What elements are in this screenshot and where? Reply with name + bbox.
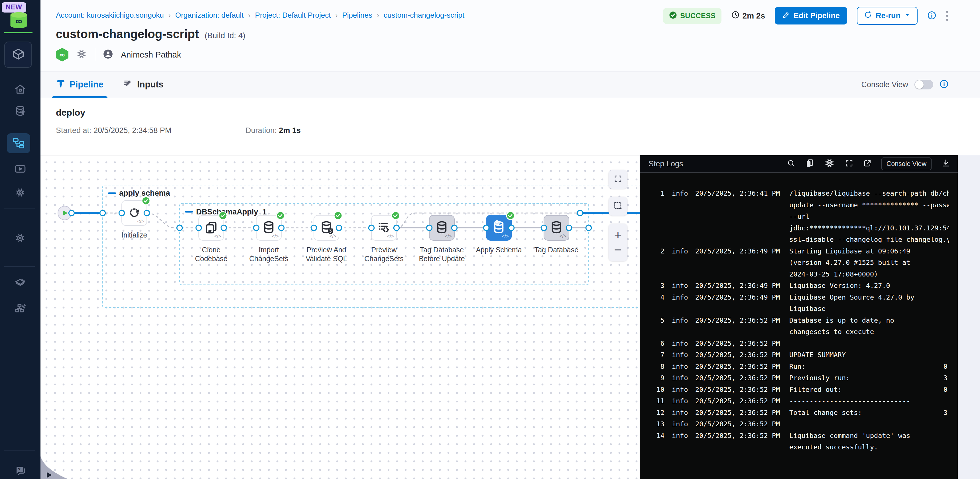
node-label: Preview xyxy=(371,246,397,254)
pipeline-node-import-changesets[interactable]: </>ImportChangeSets xyxy=(249,212,288,263)
harness-dbdevops-logo[interactable]: ∞ xyxy=(8,11,29,30)
code-badge: </> xyxy=(559,233,566,239)
breadcrumb-separator: › xyxy=(336,11,338,19)
sidebar-item-layers-settings[interactable] xyxy=(0,277,40,290)
sidebar-item-module-selector[interactable] xyxy=(4,41,32,68)
rerun-button[interactable]: Re-run xyxy=(857,7,918,25)
node-port xyxy=(336,225,342,231)
pipeline-node-initialize[interactable]: </>Initialize xyxy=(121,197,150,239)
canvas-marquee-select-button[interactable] xyxy=(609,197,627,216)
pipeline-node-tag-database-before-update[interactable]: </>Tag DatabaseBefore Update xyxy=(419,215,465,263)
dbops-module-icon: ∞ xyxy=(56,48,68,62)
breadcrumb-link[interactable]: Pipelines xyxy=(342,11,372,20)
svg-text:∞: ∞ xyxy=(15,16,22,26)
cube-icon xyxy=(12,48,25,62)
gear-icon[interactable] xyxy=(824,157,835,170)
node-port xyxy=(541,225,547,231)
log-line: 8info20/5/2025, 2:36:52 PMRun:0 xyxy=(650,361,949,373)
pipeline-canvas[interactable]: apply schemaDBSchemaApply_1</>Initialize… xyxy=(40,155,640,479)
info-icon[interactable] xyxy=(927,11,936,21)
code-badge: </> xyxy=(445,233,452,239)
node-port xyxy=(586,225,592,231)
success-check-badge xyxy=(334,212,342,220)
sidebar-item-pipelines[interactable] xyxy=(7,133,30,153)
log-line: jdbc:**************ql://10.101.37.129:54… xyxy=(650,222,949,234)
gear-icon[interactable] xyxy=(76,48,87,61)
success-check-badge xyxy=(392,212,399,220)
download-icon[interactable] xyxy=(941,159,950,169)
code-badge: </> xyxy=(137,219,144,224)
marquee-select-icon xyxy=(613,201,623,212)
step-logs-title: Step Logs xyxy=(649,160,683,168)
module-active-indicator xyxy=(4,32,32,33)
breadcrumb-separator: › xyxy=(377,11,379,19)
step-logs-header: Step Logs Console View xyxy=(640,155,958,173)
stage-duration: Duration: 2m 1s xyxy=(245,126,301,135)
console-view-toggle[interactable] xyxy=(915,80,933,89)
clock-icon xyxy=(731,11,740,21)
pipeline-node-preview-and-validate-sql[interactable]: </>Preview AndValidate SQL xyxy=(305,212,347,263)
node-port xyxy=(69,211,75,216)
home-icon xyxy=(14,83,26,96)
step-group-label: DBSchemaApply_1 xyxy=(196,208,267,216)
node-label: ChangeSets xyxy=(364,255,404,263)
sidebar-divider xyxy=(4,266,35,266)
collapse-panel-handle[interactable] xyxy=(40,456,68,479)
stage-group-label: apply schema xyxy=(119,189,170,197)
build-id: (Build Id: 4) xyxy=(205,31,245,40)
zoom-out-button[interactable]: − xyxy=(609,240,627,259)
sidebar-item-executions[interactable] xyxy=(0,163,40,176)
left-nav-rail: NEW ∞ ? xyxy=(0,0,40,479)
search-icon[interactable] xyxy=(787,159,795,168)
tab-pipeline[interactable]: Pipeline xyxy=(56,71,103,98)
pipeline-node-clone-codebase[interactable]: </>CloneCodebase xyxy=(195,212,228,263)
code-badge: </> xyxy=(502,233,509,239)
pipeline-node-apply-schema[interactable]: </>Apply Schema xyxy=(476,212,522,254)
log-line: 4info20/5/2025, 2:36:49 PMLiquibase Open… xyxy=(650,292,949,303)
sidebar-item-project-settings[interactable] xyxy=(0,232,40,245)
pipeline-node-tag-database[interactable]: </>Tag Database xyxy=(535,215,578,254)
refresh-icon xyxy=(864,11,872,21)
log-output[interactable]: 1info20/5/2025, 2:36:41 PM/liquibase/liq… xyxy=(640,173,958,453)
log-line: 9info20/5/2025, 2:36:52 PMPreviously run… xyxy=(650,372,949,384)
canvas-fullscreen-button[interactable] xyxy=(609,170,627,189)
node-label: Codebase xyxy=(195,255,228,263)
breadcrumb-link[interactable]: Account: kurosakiichigo.songoku xyxy=(56,11,164,20)
open-external-icon[interactable] xyxy=(863,159,872,168)
breadcrumb-separator: › xyxy=(169,11,171,19)
log-line: 11info20/5/2025, 2:36:52 PM-------------… xyxy=(650,395,949,407)
breadcrumb-link[interactable]: Project: Default Project xyxy=(255,11,331,20)
executions-icon xyxy=(14,163,26,176)
breadcrumb-link[interactable]: Organization: default xyxy=(175,11,244,20)
more-options-button[interactable] xyxy=(946,11,948,21)
expand-icon[interactable] xyxy=(845,159,853,168)
node-label: Tag Database xyxy=(420,246,464,254)
code-badge: </> xyxy=(272,233,279,239)
pipeline-tab-icon xyxy=(56,79,65,90)
sidebar-item-settings[interactable] xyxy=(0,187,40,199)
copy-icon[interactable] xyxy=(805,159,814,169)
node-port xyxy=(369,225,374,231)
canvas-zoom-controls: + − xyxy=(609,224,627,261)
sidebar-item-db-setup[interactable] xyxy=(0,105,40,118)
node-label: ChangeSets xyxy=(249,255,288,263)
breadcrumb-link[interactable]: custom-changelog-script xyxy=(384,11,465,20)
tab-inputs[interactable]: Inputs xyxy=(123,71,164,98)
sidebar-item-help[interactable]: ? xyxy=(0,464,40,478)
info-icon[interactable] xyxy=(940,79,949,90)
started-at: Started at: 20/5/2025, 2:34:58 PM xyxy=(56,126,171,135)
node-port xyxy=(144,211,150,216)
code-badge: </> xyxy=(214,233,221,239)
node-port xyxy=(177,225,183,231)
log-line: 10info20/5/2025, 2:36:52 PMFiltered out:… xyxy=(650,384,949,396)
user-avatar-icon xyxy=(103,49,113,61)
success-check-badge xyxy=(142,197,150,205)
chevron-down-icon xyxy=(904,11,911,20)
pipeline-node-preview-changesets[interactable]: </>PreviewChangeSets xyxy=(364,212,404,263)
fullscreen-icon xyxy=(614,174,622,184)
sidebar-item-home[interactable] xyxy=(0,83,40,96)
sidebar-item-org-settings[interactable] xyxy=(0,302,40,315)
success-check-badge xyxy=(506,212,514,220)
console-view-button[interactable]: Console View xyxy=(881,157,932,170)
edit-pipeline-button[interactable]: Edit Pipeline xyxy=(775,7,847,24)
